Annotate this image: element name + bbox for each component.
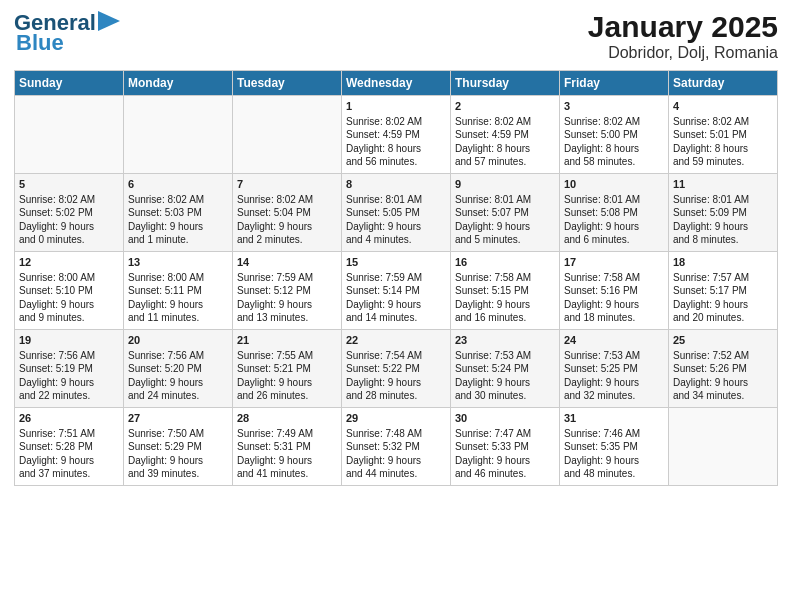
day-content-line: Sunrise: 8:02 AM: [19, 193, 119, 207]
day-content-line: Sunrise: 8:02 AM: [673, 115, 773, 129]
logo: General Blue: [14, 10, 120, 56]
day-content-line: Daylight: 9 hours: [237, 376, 337, 390]
day-number: 21: [237, 333, 337, 348]
table-row: 27Sunrise: 7:50 AMSunset: 5:29 PMDayligh…: [124, 408, 233, 486]
day-content-line: Daylight: 9 hours: [128, 298, 228, 312]
day-content-line: Daylight: 9 hours: [673, 220, 773, 234]
day-content-line: Daylight: 9 hours: [346, 220, 446, 234]
table-row: 17Sunrise: 7:58 AMSunset: 5:16 PMDayligh…: [560, 252, 669, 330]
day-number: 7: [237, 177, 337, 192]
col-thursday: Thursday: [451, 71, 560, 96]
day-content-line: Sunrise: 8:02 AM: [346, 115, 446, 129]
day-content-line: Daylight: 8 hours: [455, 142, 555, 156]
day-content-line: Sunset: 5:16 PM: [564, 284, 664, 298]
day-content-line: and 11 minutes.: [128, 311, 228, 325]
day-content-line: and 1 minute.: [128, 233, 228, 247]
header: General Blue January 2025 Dobridor, Dolj…: [14, 10, 778, 62]
day-content-line: Sunset: 5:03 PM: [128, 206, 228, 220]
table-row: 15Sunrise: 7:59 AMSunset: 5:14 PMDayligh…: [342, 252, 451, 330]
day-content-line: Sunset: 5:09 PM: [673, 206, 773, 220]
logo-arrow-icon: [98, 11, 120, 31]
day-content-line: Sunset: 5:20 PM: [128, 362, 228, 376]
day-content-line: Sunrise: 7:59 AM: [237, 271, 337, 285]
day-number: 27: [128, 411, 228, 426]
day-content-line: Daylight: 9 hours: [455, 454, 555, 468]
day-content-line: Sunrise: 8:01 AM: [564, 193, 664, 207]
day-content-line: Sunrise: 8:00 AM: [19, 271, 119, 285]
day-number: 28: [237, 411, 337, 426]
day-number: 18: [673, 255, 773, 270]
table-row: 31Sunrise: 7:46 AMSunset: 5:35 PMDayligh…: [560, 408, 669, 486]
table-row: 30Sunrise: 7:47 AMSunset: 5:33 PMDayligh…: [451, 408, 560, 486]
day-content-line: Sunrise: 7:58 AM: [455, 271, 555, 285]
table-row: 29Sunrise: 7:48 AMSunset: 5:32 PMDayligh…: [342, 408, 451, 486]
day-content-line: Sunset: 5:07 PM: [455, 206, 555, 220]
calendar-header-row: Sunday Monday Tuesday Wednesday Thursday…: [15, 71, 778, 96]
day-content-line: and 44 minutes.: [346, 467, 446, 481]
day-content-line: Sunset: 5:14 PM: [346, 284, 446, 298]
day-content-line: Sunset: 5:11 PM: [128, 284, 228, 298]
day-content-line: Daylight: 9 hours: [19, 376, 119, 390]
day-content-line: and 14 minutes.: [346, 311, 446, 325]
day-content-line: Sunset: 5:19 PM: [19, 362, 119, 376]
svg-marker-0: [98, 11, 120, 31]
day-content-line: Sunrise: 8:01 AM: [673, 193, 773, 207]
day-content-line: Daylight: 9 hours: [673, 376, 773, 390]
day-number: 16: [455, 255, 555, 270]
day-content-line: Sunrise: 8:01 AM: [346, 193, 446, 207]
day-number: 23: [455, 333, 555, 348]
day-content-line: and 6 minutes.: [564, 233, 664, 247]
day-content-line: Daylight: 9 hours: [564, 376, 664, 390]
day-content-line: Sunrise: 7:56 AM: [128, 349, 228, 363]
day-content-line: and 13 minutes.: [237, 311, 337, 325]
day-content-line: Sunset: 5:01 PM: [673, 128, 773, 142]
table-row: 13Sunrise: 8:00 AMSunset: 5:11 PMDayligh…: [124, 252, 233, 330]
day-number: 6: [128, 177, 228, 192]
day-number: 12: [19, 255, 119, 270]
table-row: 14Sunrise: 7:59 AMSunset: 5:12 PMDayligh…: [233, 252, 342, 330]
calendar-title: January 2025: [588, 10, 778, 44]
day-content-line: Sunrise: 7:50 AM: [128, 427, 228, 441]
col-tuesday: Tuesday: [233, 71, 342, 96]
day-content-line: Sunrise: 7:59 AM: [346, 271, 446, 285]
day-content-line: and 37 minutes.: [19, 467, 119, 481]
day-number: 24: [564, 333, 664, 348]
day-content-line: Sunrise: 7:53 AM: [455, 349, 555, 363]
day-content-line: Daylight: 9 hours: [237, 298, 337, 312]
day-content-line: and 22 minutes.: [19, 389, 119, 403]
day-content-line: and 46 minutes.: [455, 467, 555, 481]
day-number: 31: [564, 411, 664, 426]
day-content-line: and 2 minutes.: [237, 233, 337, 247]
table-row: 1Sunrise: 8:02 AMSunset: 4:59 PMDaylight…: [342, 96, 451, 174]
day-content-line: and 18 minutes.: [564, 311, 664, 325]
table-row: 9Sunrise: 8:01 AMSunset: 5:07 PMDaylight…: [451, 174, 560, 252]
day-number: 10: [564, 177, 664, 192]
day-number: 14: [237, 255, 337, 270]
day-content-line: Sunset: 5:17 PM: [673, 284, 773, 298]
day-content-line: Sunrise: 7:47 AM: [455, 427, 555, 441]
day-content-line: Sunrise: 7:51 AM: [19, 427, 119, 441]
day-content-line: and 48 minutes.: [564, 467, 664, 481]
day-content-line: Daylight: 9 hours: [455, 376, 555, 390]
table-row: 3Sunrise: 8:02 AMSunset: 5:00 PMDaylight…: [560, 96, 669, 174]
day-content-line: Sunrise: 8:02 AM: [237, 193, 337, 207]
table-row: 24Sunrise: 7:53 AMSunset: 5:25 PMDayligh…: [560, 330, 669, 408]
day-number: 22: [346, 333, 446, 348]
day-content-line: Sunrise: 7:56 AM: [19, 349, 119, 363]
day-content-line: and 39 minutes.: [128, 467, 228, 481]
day-content-line: Daylight: 8 hours: [673, 142, 773, 156]
day-content-line: Daylight: 9 hours: [19, 298, 119, 312]
day-number: 15: [346, 255, 446, 270]
col-friday: Friday: [560, 71, 669, 96]
day-content-line: Sunrise: 8:01 AM: [455, 193, 555, 207]
day-content-line: Sunset: 4:59 PM: [346, 128, 446, 142]
col-monday: Monday: [124, 71, 233, 96]
table-row: 6Sunrise: 8:02 AMSunset: 5:03 PMDaylight…: [124, 174, 233, 252]
calendar-week-row: 1Sunrise: 8:02 AMSunset: 4:59 PMDaylight…: [15, 96, 778, 174]
logo-blue: Blue: [16, 30, 64, 56]
table-row: 16Sunrise: 7:58 AMSunset: 5:15 PMDayligh…: [451, 252, 560, 330]
calendar-subtitle: Dobridor, Dolj, Romania: [588, 44, 778, 62]
day-number: 1: [346, 99, 446, 114]
day-number: 9: [455, 177, 555, 192]
table-row: 8Sunrise: 8:01 AMSunset: 5:05 PMDaylight…: [342, 174, 451, 252]
